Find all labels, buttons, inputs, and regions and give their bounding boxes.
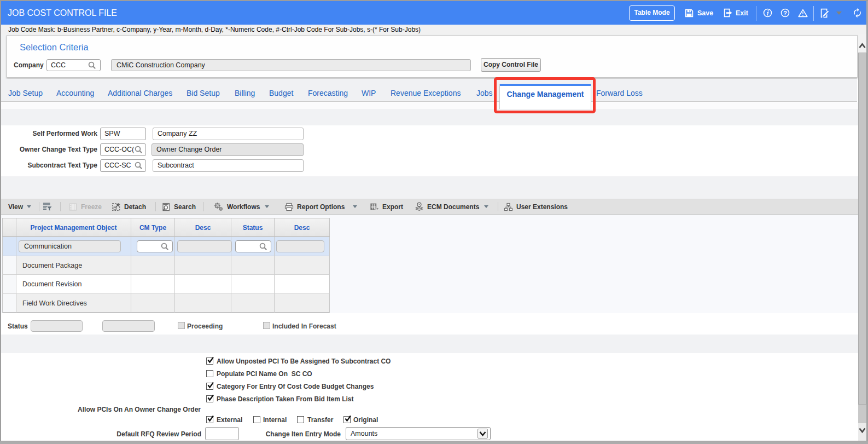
svg-text:?: ? [783,10,787,16]
